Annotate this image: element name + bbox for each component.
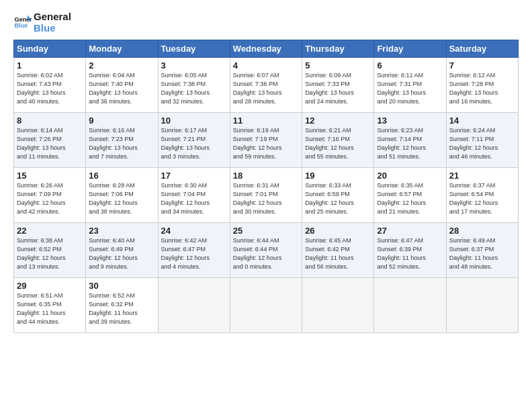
- day-number: 6: [377, 60, 443, 71]
- day-number: 21: [449, 171, 515, 181]
- calendar-cell: 5Sunrise: 6:09 AM Sunset: 7:33 PM Daylig…: [302, 57, 374, 112]
- calendar-cell: 27Sunrise: 6:47 AM Sunset: 6:39 PM Dayli…: [374, 222, 446, 277]
- day-number: 1: [17, 60, 83, 71]
- weekday-header-row: SundayMondayTuesdayWednesdayThursdayFrid…: [14, 40, 519, 57]
- day-info: Sunrise: 6:52 AM Sunset: 6:32 PM Dayligh…: [89, 291, 154, 326]
- day-info: Sunrise: 6:47 AM Sunset: 6:39 PM Dayligh…: [377, 236, 443, 271]
- day-number: 10: [161, 116, 227, 126]
- svg-text:Blue: Blue: [14, 23, 28, 30]
- day-info: Sunrise: 6:19 AM Sunset: 7:19 PM Dayligh…: [233, 126, 299, 161]
- calendar-cell: 23Sunrise: 6:40 AM Sunset: 6:49 PM Dayli…: [86, 222, 158, 277]
- day-info: Sunrise: 6:42 AM Sunset: 6:47 PM Dayligh…: [161, 236, 227, 271]
- calendar-cell: 14Sunrise: 6:24 AM Sunset: 7:11 PM Dayli…: [446, 112, 518, 167]
- week-row-4: 22Sunrise: 6:38 AM Sunset: 6:52 PM Dayli…: [14, 222, 519, 277]
- day-info: Sunrise: 6:17 AM Sunset: 7:21 PM Dayligh…: [161, 126, 227, 161]
- calendar-cell: 16Sunrise: 6:28 AM Sunset: 7:06 PM Dayli…: [86, 167, 158, 222]
- day-number: 12: [305, 116, 371, 126]
- calendar-cell: 25Sunrise: 6:44 AM Sunset: 6:44 PM Dayli…: [230, 222, 302, 277]
- day-number: 25: [233, 226, 299, 236]
- day-number: 17: [161, 171, 227, 181]
- day-info: Sunrise: 6:35 AM Sunset: 6:57 PM Dayligh…: [377, 181, 443, 216]
- day-number: 22: [17, 226, 83, 236]
- day-number: 20: [377, 171, 443, 181]
- calendar-cell: 4Sunrise: 6:07 AM Sunset: 7:36 PM Daylig…: [230, 57, 302, 112]
- calendar-cell: 13Sunrise: 6:23 AM Sunset: 7:14 PM Dayli…: [374, 112, 446, 167]
- calendar-cell: 11Sunrise: 6:19 AM Sunset: 7:19 PM Dayli…: [230, 112, 302, 167]
- calendar-cell: 3Sunrise: 6:05 AM Sunset: 7:38 PM Daylig…: [158, 57, 230, 112]
- day-number: 11: [233, 116, 299, 126]
- calendar-cell: 6Sunrise: 6:11 AM Sunset: 7:31 PM Daylig…: [374, 57, 446, 112]
- calendar-cell: 2Sunrise: 6:04 AM Sunset: 7:40 PM Daylig…: [86, 57, 158, 112]
- logo-icon: General Blue: [13, 13, 32, 32]
- day-info: Sunrise: 6:44 AM Sunset: 6:44 PM Dayligh…: [233, 236, 299, 271]
- calendar-cell: 1Sunrise: 6:02 AM Sunset: 7:43 PM Daylig…: [14, 57, 86, 112]
- day-number: 19: [305, 171, 371, 181]
- logo-general: General: [34, 11, 71, 22]
- day-info: Sunrise: 6:31 AM Sunset: 7:01 PM Dayligh…: [233, 181, 299, 216]
- calendar-cell: [446, 277, 518, 332]
- day-info: Sunrise: 6:23 AM Sunset: 7:14 PM Dayligh…: [377, 126, 443, 161]
- day-number: 13: [377, 116, 443, 126]
- weekday-header-wednesday: Wednesday: [230, 40, 302, 57]
- day-number: 27: [377, 226, 443, 236]
- day-number: 3: [161, 60, 227, 71]
- weekday-header-saturday: Saturday: [446, 40, 518, 57]
- day-number: 18: [233, 171, 299, 181]
- day-info: Sunrise: 6:05 AM Sunset: 7:38 PM Dayligh…: [161, 71, 227, 106]
- day-number: 14: [449, 116, 515, 126]
- logo: General Blue General Blue: [13, 11, 71, 34]
- day-number: 8: [17, 116, 83, 126]
- day-info: Sunrise: 6:40 AM Sunset: 6:49 PM Dayligh…: [89, 236, 154, 271]
- day-number: 29: [17, 281, 83, 291]
- day-info: Sunrise: 6:28 AM Sunset: 7:06 PM Dayligh…: [89, 181, 154, 216]
- day-number: 26: [305, 226, 371, 236]
- day-info: Sunrise: 6:04 AM Sunset: 7:40 PM Dayligh…: [89, 71, 154, 106]
- day-info: Sunrise: 6:16 AM Sunset: 7:23 PM Dayligh…: [89, 126, 154, 161]
- calendar-cell: 24Sunrise: 6:42 AM Sunset: 6:47 PM Dayli…: [158, 222, 230, 277]
- day-info: Sunrise: 6:07 AM Sunset: 7:36 PM Dayligh…: [233, 71, 299, 106]
- day-number: 4: [233, 60, 299, 71]
- calendar-cell: 20Sunrise: 6:35 AM Sunset: 6:57 PM Dayli…: [374, 167, 446, 222]
- calendar-cell: 15Sunrise: 6:26 AM Sunset: 7:09 PM Dayli…: [14, 167, 86, 222]
- calendar-cell: 28Sunrise: 6:49 AM Sunset: 6:37 PM Dayli…: [446, 222, 518, 277]
- calendar-cell: 21Sunrise: 6:37 AM Sunset: 6:54 PM Dayli…: [446, 167, 518, 222]
- calendar-cell: [158, 277, 230, 332]
- logo-blue: Blue: [34, 22, 71, 34]
- day-info: Sunrise: 6:24 AM Sunset: 7:11 PM Dayligh…: [449, 126, 515, 161]
- day-info: Sunrise: 6:30 AM Sunset: 7:04 PM Dayligh…: [161, 181, 227, 216]
- calendar-cell: [374, 277, 446, 332]
- calendar-cell: 30Sunrise: 6:52 AM Sunset: 6:32 PM Dayli…: [86, 277, 158, 332]
- calendar-cell: 12Sunrise: 6:21 AM Sunset: 7:16 PM Dayli…: [302, 112, 374, 167]
- day-number: 28: [449, 226, 515, 236]
- calendar-cell: 22Sunrise: 6:38 AM Sunset: 6:52 PM Dayli…: [14, 222, 86, 277]
- day-number: 30: [89, 281, 154, 291]
- weekday-header-tuesday: Tuesday: [158, 40, 230, 57]
- day-info: Sunrise: 6:33 AM Sunset: 6:59 PM Dayligh…: [305, 181, 371, 216]
- week-row-2: 8Sunrise: 6:14 AM Sunset: 7:26 PM Daylig…: [14, 112, 519, 167]
- day-info: Sunrise: 6:38 AM Sunset: 6:52 PM Dayligh…: [17, 236, 83, 271]
- day-info: Sunrise: 6:51 AM Sunset: 6:35 PM Dayligh…: [17, 291, 83, 326]
- calendar-cell: [302, 277, 374, 332]
- calendar-cell: 8Sunrise: 6:14 AM Sunset: 7:26 PM Daylig…: [14, 112, 86, 167]
- calendar-cell: 18Sunrise: 6:31 AM Sunset: 7:01 PM Dayli…: [230, 167, 302, 222]
- day-info: Sunrise: 6:21 AM Sunset: 7:16 PM Dayligh…: [305, 126, 371, 161]
- week-row-1: 1Sunrise: 6:02 AM Sunset: 7:43 PM Daylig…: [14, 57, 519, 112]
- day-info: Sunrise: 6:37 AM Sunset: 6:54 PM Dayligh…: [449, 181, 515, 216]
- day-info: Sunrise: 6:45 AM Sunset: 6:42 PM Dayligh…: [305, 236, 371, 271]
- day-number: 9: [89, 116, 154, 126]
- weekday-header-sunday: Sunday: [14, 40, 86, 57]
- day-number: 15: [17, 171, 83, 181]
- weekday-header-friday: Friday: [374, 40, 446, 57]
- day-number: 7: [449, 60, 515, 71]
- calendar-page: General Blue General Blue SundayMondayTu…: [0, 0, 532, 340]
- day-info: Sunrise: 6:09 AM Sunset: 7:33 PM Dayligh…: [305, 71, 371, 106]
- day-number: 5: [305, 60, 371, 71]
- calendar-cell: 29Sunrise: 6:51 AM Sunset: 6:35 PM Dayli…: [14, 277, 86, 332]
- day-info: Sunrise: 6:26 AM Sunset: 7:09 PM Dayligh…: [17, 181, 83, 216]
- day-number: 24: [161, 226, 227, 236]
- weekday-header-monday: Monday: [86, 40, 158, 57]
- calendar-cell: 26Sunrise: 6:45 AM Sunset: 6:42 PM Dayli…: [302, 222, 374, 277]
- week-row-3: 15Sunrise: 6:26 AM Sunset: 7:09 PM Dayli…: [14, 167, 519, 222]
- calendar-table: SundayMondayTuesdayWednesdayThursdayFrid…: [13, 40, 519, 333]
- day-info: Sunrise: 6:12 AM Sunset: 7:28 PM Dayligh…: [449, 71, 515, 106]
